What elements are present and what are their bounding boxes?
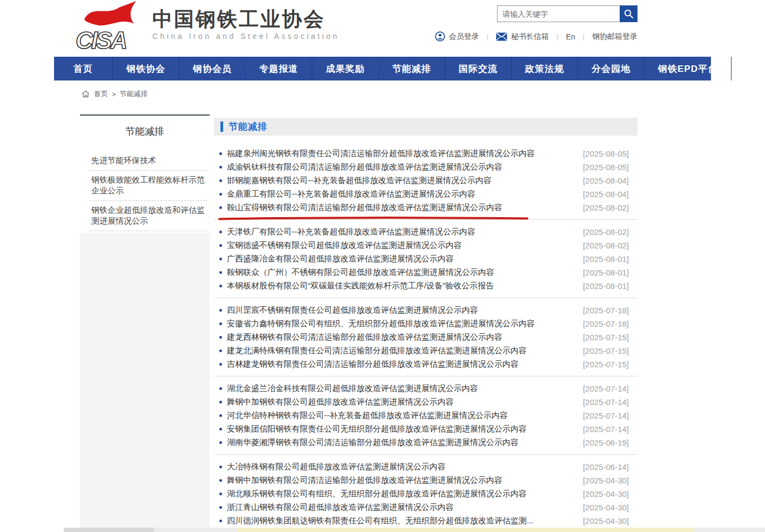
top-link-separator: | (583, 32, 585, 41)
news-date: [2025-06-19] (583, 438, 638, 447)
content: 节能减排 福建泉州闽光钢铁有限责任公司清洁运输部分超低排放改造评估监测进展情况公… (214, 118, 638, 532)
news-title[interactable]: 鞍山宝得钢铁有限公司清洁运输部分超低排放改造评估监测进展情况公示内容 (227, 203, 502, 213)
news-title[interactable]: 舞钢中加钢铁有限公司超低排放改造评估监测进展情况公示内容 (227, 397, 454, 407)
news-title[interactable]: 安徽省力鑫特钢有限公司有组织、无组织部分超低排放改造评估监测进展情况公示内容 (227, 319, 535, 329)
main-nav: 首页钢铁协会钢协会员专题报道成果奖励节能减排国际交流政策法规分会园地钢铁EPD平… (54, 57, 711, 80)
bullet-icon (219, 271, 222, 274)
news-title[interactable]: 安钢集团信阳钢铁有限责任公司无组织部分超低排放改造评估监测进展情况公示内容 (227, 424, 527, 434)
news-row: 吉林建龙钢铁有限责任公司清洁运输部分超低排放改造评估监测进展情况公示内容[202… (214, 358, 638, 371)
nav-item-10[interactable]: 低碳平台 (732, 57, 765, 80)
nav-item-1[interactable]: 钢铁协会 (113, 57, 179, 80)
nav-item-4[interactable]: 成果奖励 (312, 57, 379, 80)
news-title[interactable]: 天津铁厂有限公司--补充装备超低排放改造评估监测进展情况公示内容 (227, 227, 475, 237)
footer-strip (0, 528, 765, 532)
news-title[interactable]: 河北华信特种钢铁有限公司--补充装备超低排放改造评估监测进展情况公示内容 (227, 410, 508, 421)
sidebar-title: 节能减排 (80, 116, 210, 144)
news-row: 成渝钒钛科技有限公司清洁运输部分超低排放改造评估监测进展情况公示内容[2025-… (214, 160, 638, 174)
top-link-1[interactable]: 秘书长信箱 (496, 32, 549, 42)
nav-item-9[interactable]: 钢铁EPD平台 (645, 57, 732, 80)
nav-item-5[interactable]: 节能减排 (379, 57, 445, 80)
search-input[interactable] (497, 5, 620, 22)
bullet-icon (219, 479, 222, 482)
news-date: [2025-08-05] (583, 149, 638, 158)
news-title[interactable]: 成渝钒钛科技有限公司清洁运输部分超低排放改造评估监测进展情况公示内容 (227, 162, 502, 172)
news-title[interactable]: 舞钢中加钢铁有限公司清洁运输部分超低排放改造评估监测进展情况公示内容 (227, 475, 502, 486)
news-title[interactable]: 鞍钢联众（广州）不锈钢有限公司超低排放改造评估监测进展情况公示内容 (227, 267, 494, 278)
breadcrumb: 首页 > 节能减排 (81, 89, 148, 99)
sidebar: 节能减排 先进节能环保技术钢铁极致能效工程能效标杆示范企业公示钢铁企业超低排放改… (80, 115, 210, 532)
news-row: 舞钢中加钢铁有限公司超低排放改造评估监测进展情况公示内容[2025-07-14] (214, 395, 638, 409)
news-date: [2025-07-14] (583, 398, 638, 407)
news-title[interactable]: 浙江青山钢铁有限公司超低排放改造评估监测进展情况公示内容 (227, 502, 454, 513)
breadcrumb-home[interactable]: 首页 (94, 89, 108, 99)
nav-item-7[interactable]: 政策法规 (512, 57, 578, 80)
news-row: 舞钢中加钢铁有限公司清洁运输部分超低排放改造评估监测进展情况公示内容[2025-… (214, 474, 638, 487)
news-date: [2025-07-18] (583, 306, 638, 315)
cisa-logo-icon: CISA (76, 0, 145, 52)
news-title[interactable]: 吉林建龙钢铁有限责任公司清洁运输部分超低排放改造评估监测进展情况公示内容 (227, 359, 519, 369)
nav-item-3[interactable]: 专题报道 (246, 57, 312, 80)
news-title[interactable]: 福建泉州闽光钢铁有限责任公司清洁运输部分超低排放改造评估监测进展情况公示内容 (227, 149, 535, 159)
nav-item-2[interactable]: 钢协会员 (179, 57, 246, 80)
top-link-2[interactable]: En (566, 32, 575, 41)
section-header: 节能减排 (214, 118, 638, 136)
news-date: [2025-07-15] (583, 333, 638, 342)
bullet-icon (219, 206, 222, 209)
bullet-icon (219, 179, 222, 182)
section-accent-bar (220, 122, 223, 132)
nav-item-0[interactable]: 首页 (54, 57, 113, 80)
news-title[interactable]: 金鼎重工有限公司--补充装备超低排放改造评估监测进展情况公示内容 (227, 189, 475, 199)
news-title[interactable]: 湖北金盛兰冶金科技有限公司超低排放改造评估监测进展情况公示内容 (227, 383, 478, 394)
search-button[interactable] (620, 5, 638, 22)
news-title[interactable]: 邯钢能嘉钢铁有限公司--补充装备超低排放改造评估监测进展情况公示内容 (227, 176, 492, 186)
sidebar-filler (80, 233, 210, 532)
news-title[interactable]: 广西盛隆冶金有限公司超低排放改造评估监测进展情况公示内容 (227, 254, 454, 264)
sidebar-item-1[interactable]: 钢铁极致能效工程能效标杆示范企业公示 (90, 171, 207, 201)
site-title: 中国钢铁工业协会 (152, 9, 339, 30)
top-link-3[interactable]: 钢协邮箱登录 (592, 32, 638, 42)
nav-item-6[interactable]: 国际交流 (445, 57, 512, 80)
breadcrumb-separator: > (112, 90, 116, 98)
news-title[interactable]: 湖北顺乐钢铁有限公司有组织、无组织部分超低排放改造评估监测进展情况公示内容 (227, 489, 527, 499)
news-title[interactable]: 四川罡宸不锈钢有限责任公司超低排放改造评估监测进展情况公示内容 (227, 305, 478, 315)
bullet-icon (219, 285, 222, 287)
news-title[interactable]: 建龙北满特殊钢有限责任公司清洁运输部分超低排放改造评估监测进展情况公示内容 (227, 346, 527, 356)
bullet-icon (219, 349, 222, 352)
search-icon (623, 9, 634, 19)
top-link-separator: | (556, 32, 558, 41)
news-row: 广西盛隆冶金有限公司超低排放改造评估监测进展情况公示内容[2025-08-01] (214, 252, 638, 266)
bullet-icon (219, 506, 222, 509)
home-icon (81, 90, 90, 98)
news-row: 金鼎重工有限公司--补充装备超低排放改造评估监测进展情况公示内容[2025-08… (214, 187, 638, 201)
bullet-icon (219, 152, 222, 155)
top-link-label: 会员登录 (449, 32, 479, 42)
search-area (497, 5, 638, 22)
news-date: [2025-04-30] (583, 503, 638, 512)
site-logo[interactable]: CISA 中国钢铁工业协会 China Iron and Steel Assoc… (76, 0, 339, 52)
news-title[interactable]: 宝钢德盛不锈钢有限公司超低排放改造评估监测进展情况公示内容 (227, 240, 462, 251)
news-title[interactable]: 四川德润钢铁集团航达钢铁有限责任公司有组织、无组织部分超低排放改造评估监测... (227, 516, 534, 526)
news-title[interactable]: 建龙西林钢铁有限公司清洁运输部分超低排放改造评估监测进展情况公示内容 (227, 332, 502, 342)
top-link-0[interactable]: 会员登录 (435, 31, 479, 42)
bullet-icon (219, 231, 222, 233)
svg-text:CISA: CISA (76, 27, 126, 52)
nav-item-8[interactable]: 分会园地 (578, 57, 645, 80)
bullet-icon (219, 414, 222, 417)
sidebar-item-0[interactable]: 先进节能环保技术 (90, 151, 207, 171)
sidebar-item-2[interactable]: 钢铁企业超低排放改造和评估监测进展情况公示 (90, 201, 207, 231)
news-date: [2025-08-02] (583, 227, 638, 237)
bullet-icon (219, 466, 222, 468)
news-row: 福建泉州闽光钢铁有限责任公司清洁运输部分超低排放改造评估监测进展情况公示内容[2… (214, 147, 638, 160)
bullet-icon (219, 258, 222, 260)
news-row: 本钢板材股份有限公司“双碳最佳实践能效标杆示范工序/设备”验收公示报告[2025… (214, 279, 638, 293)
bullet-icon (219, 387, 222, 390)
news-date: [2025-07-18] (583, 319, 638, 328)
news-title[interactable]: 本钢板材股份有限公司“双碳最佳实践能效标杆示范工序/设备”验收公示报告 (227, 281, 494, 291)
news-row: 建龙西林钢铁有限公司清洁运输部分超低排放改造评估监测进展情况公示内容[2025-… (214, 331, 638, 344)
news-date: [2025-07-14] (583, 411, 638, 420)
news-title[interactable]: 大冶特殊钢有限公司超低排放改造评估监测进展情况公示内容 (227, 462, 446, 472)
news-date: [2025-08-05] (583, 163, 638, 172)
news-title[interactable]: 湖南华菱湘潭钢铁有限公司清洁运输部分超低排放改造评估监测进展情况公示内容 (227, 437, 519, 448)
top-links: 会员登录|秘书长信箱|En|钢协邮箱登录 (435, 31, 638, 42)
news-date: [2025-08-04] (583, 176, 638, 185)
